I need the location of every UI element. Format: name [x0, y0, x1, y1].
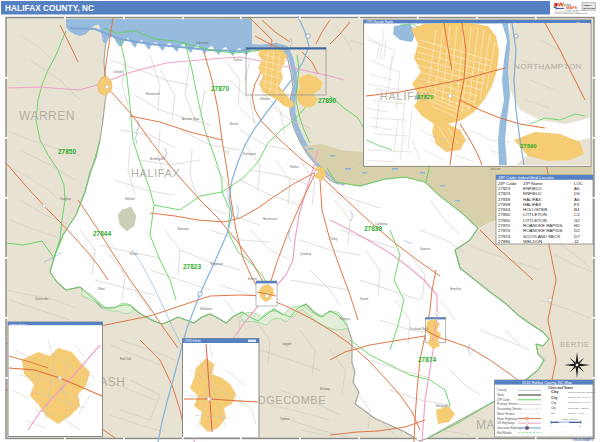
svg-text:Thelma: Thelma: [233, 58, 243, 62]
svg-text:Bellamy: Bellamy: [320, 387, 331, 391]
svg-text:27870: 27870: [498, 223, 511, 228]
svg-text:27870 Roanoke Rapids: 27870 Roanoke Rapids: [366, 20, 394, 24]
svg-text:LITTLETON: LITTLETON: [523, 212, 547, 217]
svg-text:2016 Halifax County, NC Map: 2016 Halifax County, NC Map: [522, 381, 572, 385]
svg-text:27844: 27844: [93, 230, 111, 237]
svg-text:1.888.44: 1.888.44: [583, 4, 592, 6]
svg-text:Red Oak: Red Oak: [120, 357, 132, 361]
svg-text:Hobgood: Hobgood: [436, 404, 448, 408]
svg-text:BERTIE: BERTIE: [560, 340, 589, 349]
svg-text:Weldon: Weldon: [260, 97, 270, 101]
svg-text:Leggett: Leggett: [282, 342, 292, 346]
svg-text:Ward: Ward: [98, 287, 105, 291]
svg-text:HALIFAX COUNTY, NC: HALIFAX COUNTY, NC: [5, 4, 94, 13]
svg-text:City: City: [551, 401, 557, 405]
svg-text:Ringwood: Ringwood: [210, 262, 223, 266]
svg-text:LITTLETON: LITTLETON: [523, 218, 547, 223]
svg-text:Bolivia: Bolivia: [230, 122, 239, 126]
svg-text:27874: 27874: [418, 356, 436, 363]
svg-text:Lake view: Lake view: [196, 41, 209, 45]
svg-text:Caledonia: Caledonia: [375, 222, 388, 226]
svg-text:D2: D2: [574, 228, 580, 233]
svg-text:Scale in Miles: Scale in Miles: [562, 418, 578, 421]
svg-text:ZIP Name: ZIP Name: [523, 181, 543, 186]
svg-text:Primary Streets: Primary Streets: [497, 402, 518, 406]
svg-text:C2: C2: [574, 212, 580, 217]
svg-text:Rail Roads: Rail Roads: [497, 431, 512, 435]
svg-text:Dawson: Dawson: [420, 247, 431, 251]
svg-text:HALIFAX: HALIFAX: [523, 202, 541, 207]
svg-text:City: City: [551, 396, 558, 400]
svg-text:H2: H2: [574, 223, 580, 228]
svg-text:Tillery: Tillery: [330, 237, 338, 241]
svg-text:Tarboro: Tarboro: [280, 417, 290, 421]
svg-text:Vaughan: Vaughan: [60, 197, 71, 201]
svg-text:27839: 27839: [498, 197, 511, 202]
svg-text:27844: 27844: [498, 207, 511, 212]
svg-text:27823: 27823: [498, 186, 511, 191]
svg-text:Minor Streets: Minor Streets: [497, 412, 515, 416]
svg-text:©MarketMAPS: ©MarketMAPS: [572, 438, 593, 442]
svg-text:ZIP Code Index/Grid Locator: ZIP Code Index/Grid Locator: [498, 175, 554, 180]
svg-text:27870: 27870: [417, 94, 434, 100]
svg-text:Heartsease: Heartsease: [263, 217, 278, 221]
svg-text:27850: 27850: [58, 148, 76, 155]
svg-text:F3: F3: [574, 202, 580, 207]
svg-text:Brinkleyville: Brinkleyville: [150, 157, 165, 161]
svg-text:27890: 27890: [520, 143, 537, 149]
svg-text:Scotland Neck: Scotland Neck: [410, 327, 429, 331]
svg-text:Hamilton: Hamilton: [450, 287, 461, 291]
svg-text:HOLLISTER: HOLLISTER: [523, 207, 547, 212]
svg-text:WELDON: WELDON: [523, 239, 542, 244]
svg-text:SCOTLAND NECK: SCOTLAND NECK: [523, 234, 560, 239]
svg-text:State Highways: State Highways: [497, 417, 518, 421]
svg-text:27890: 27890: [318, 97, 336, 104]
svg-text:D5: D5: [574, 191, 580, 196]
svg-text:27850: 27850: [498, 212, 511, 217]
svg-text:Hollister: Hollister: [125, 197, 135, 201]
svg-text:Halifax: Halifax: [290, 165, 299, 169]
svg-text:ZIP Code: ZIP Code: [497, 398, 510, 402]
svg-text:LOC: LOC: [574, 181, 583, 186]
svg-text:HALIFAX: HALIFAX: [523, 197, 541, 202]
svg-text:ZIP Code: ZIP Code: [498, 181, 517, 186]
svg-text:27850 Littleton: 27850 Littleton: [10, 323, 27, 326]
svg-text:HALIFAX: HALIFAX: [131, 167, 181, 179]
svg-text:City: City: [551, 406, 556, 410]
svg-text:D7: D7: [574, 234, 580, 239]
svg-text:27823: 27823: [183, 263, 201, 270]
svg-text:EDGECOMBE: EDGECOMBE: [250, 394, 326, 406]
svg-text:27874: 27874: [498, 234, 511, 239]
svg-text:27823: 27823: [498, 191, 511, 196]
svg-text:County: County: [497, 388, 507, 392]
svg-text:A6: A6: [574, 186, 580, 191]
svg-text:Palmyra: Palmyra: [340, 317, 351, 321]
svg-text:27839: 27839: [364, 225, 382, 232]
svg-text:Littleton: Littleton: [113, 70, 123, 74]
svg-text:Jackson: Jackson: [490, 167, 501, 171]
svg-text:ENFIELD: ENFIELD: [523, 191, 542, 196]
svg-text:US Highways: US Highways: [497, 421, 516, 425]
svg-text:Quankey: Quankey: [300, 252, 312, 256]
svg-text:America's Leading Source of Bu: America's Leading Source of Business Map…: [554, 12, 588, 14]
svg-text:27870: 27870: [498, 228, 511, 233]
svg-text:Centerville: Centerville: [35, 297, 49, 301]
svg-text:27839: 27839: [498, 202, 511, 207]
svg-text:WARREN: WARREN: [19, 109, 75, 123]
svg-text:City: City: [551, 389, 559, 394]
svg-text:27823 Enfield: 27823 Enfield: [185, 339, 201, 343]
svg-text:ENFIELD: ENFIELD: [523, 186, 542, 191]
svg-text:Darlington: Darlington: [243, 152, 256, 156]
svg-text:State: State: [497, 393, 504, 397]
svg-text:B4: B4: [574, 207, 580, 212]
svg-text:Aurelian Spgs: Aurelian Spgs: [182, 117, 200, 121]
svg-text:Essex: Essex: [130, 252, 138, 256]
svg-text:ROANOKE RAPIDS: ROANOKE RAPIDS: [523, 228, 563, 233]
svg-text:MAPS.com: MAPS.com: [583, 7, 594, 9]
svg-text:A6: A6: [574, 197, 580, 202]
svg-text:Glenview: Glenview: [177, 227, 189, 231]
svg-text:ROANOKE RAPIDS: ROANOKE RAPIDS: [523, 223, 563, 228]
svg-text:Whitakers: Whitakers: [200, 307, 213, 311]
svg-text:27870: 27870: [211, 85, 229, 92]
svg-text:J2: J2: [574, 239, 579, 244]
